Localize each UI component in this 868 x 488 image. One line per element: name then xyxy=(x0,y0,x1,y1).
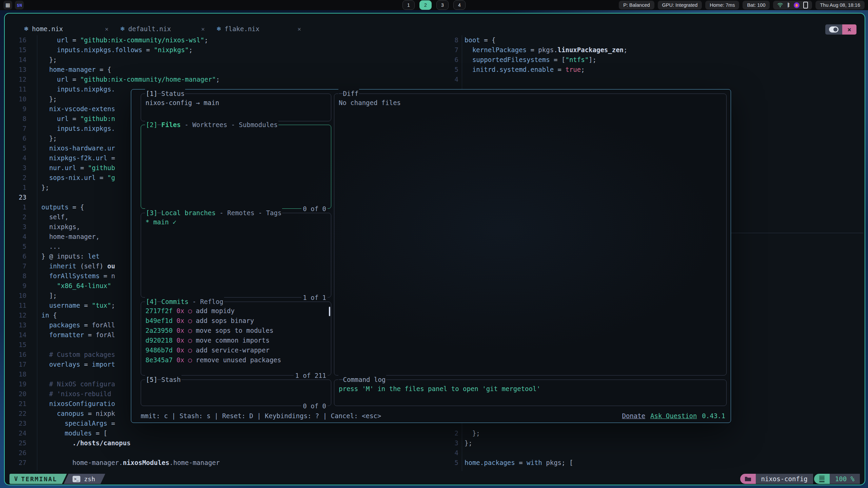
workspace-button-1[interactable]: 1 xyxy=(402,0,415,10)
system-tray[interactable]: ᛒ xyxy=(773,1,812,9)
toggle-switch[interactable] xyxy=(825,24,842,35)
lazygit-commits-panel[interactable]: [4]─Commits - Reflog 2717f2f0x○add mopid… xyxy=(141,302,331,375)
line-number: 27 xyxy=(5,458,26,468)
lazygit-popup: [1]─Status nixos-config → main [2]─Files… xyxy=(131,89,731,423)
commit-hash: 9486b7d xyxy=(145,345,173,355)
ask-question-link[interactable]: Ask Question xyxy=(650,411,697,421)
toggle-knob-icon xyxy=(829,26,839,33)
editor-right-pane-top[interactable]: 8boot = {7 kernelPackages = pkgs.linuxPa… xyxy=(443,35,863,84)
nix-badge-button[interactable]: $N xyxy=(15,1,24,9)
title-dash: ─ xyxy=(157,375,161,384)
commit-row[interactable]: 8e345a70x○remove unused packages xyxy=(145,355,327,365)
wifi-icon xyxy=(777,2,783,8)
line-number: 5 xyxy=(5,143,26,153)
branch-row[interactable]: * main ✓ xyxy=(145,217,327,227)
shell-tab[interactable]: >_ zsh xyxy=(64,474,105,484)
workspace-button-2[interactable]: 2 xyxy=(419,0,432,10)
commits-scrollbar[interactable] xyxy=(329,307,330,316)
lazygit-version: 0.43.1 xyxy=(702,411,725,421)
lazygit-diff-panel[interactable]: ─Diff No changed files xyxy=(334,94,727,375)
code-line: 8boot = { xyxy=(443,35,863,45)
repo-branch-status: nixos-config → main xyxy=(145,98,327,108)
desktop: ▦ $N 1234 P: BalancedGPU: IntegratedHome… xyxy=(0,0,868,488)
panel-name: Stash xyxy=(161,375,181,384)
code-text: ... xyxy=(41,242,61,251)
code-text: nix-vscode-extens xyxy=(41,104,115,114)
lazygit-status-panel[interactable]: [1]─Status nixos-config → main xyxy=(141,94,331,121)
lazygit-links: Donate Ask Question 0.43.1 xyxy=(622,411,725,421)
code-text: }; xyxy=(465,438,472,448)
vim-mode-icon: V xyxy=(14,475,18,482)
folder-icon xyxy=(745,476,751,482)
lazygit-files-panel[interactable]: [2]─Files - Worktrees - Submodules 0 of … xyxy=(141,125,331,209)
line-number: 7 xyxy=(5,261,26,271)
commit-flag: 0x xyxy=(176,355,184,365)
tab-close-button[interactable]: × xyxy=(105,25,108,33)
lines-icon xyxy=(819,476,825,482)
code-text: ./hosts/canopus xyxy=(41,438,131,448)
line-number: 23 xyxy=(5,192,26,202)
commit-row[interactable]: 9486b7d0x○add service-wrapper xyxy=(145,345,327,355)
code-text: home.packages = with pkgs; [ xyxy=(465,458,573,468)
commit-row[interactable]: 2717f2f0x○add mopidy xyxy=(145,306,327,316)
status-pill-1[interactable]: GPU: Integrated xyxy=(658,1,702,9)
title-dash: ─ xyxy=(339,375,343,384)
editor-right-pane-bottom[interactable]: 2 };3};45home.packages = with pkgs; [ xyxy=(443,428,863,468)
window-close-button[interactable]: × xyxy=(842,24,856,35)
commit-graph-node-icon: ○ xyxy=(188,316,192,326)
code-line: 24 modules = [ xyxy=(5,428,442,438)
line-number: 3 xyxy=(5,163,26,173)
lazygit-stash-panel[interactable]: [5]─Stash 0 of 0 xyxy=(141,380,331,406)
repo-name: nixos-config xyxy=(756,474,813,484)
terminal-prompt-icon: >_ xyxy=(73,476,80,482)
tab-close-button[interactable]: × xyxy=(297,25,301,33)
tab-label: default.nix xyxy=(128,25,171,33)
line-number: 13 xyxy=(5,320,26,330)
panel-name: Files xyxy=(161,120,181,129)
commit-hash: d920218 xyxy=(145,336,173,345)
panel-name: Diff xyxy=(343,89,358,98)
commit-row[interactable]: 2a239500x○move sops to modules xyxy=(145,326,327,336)
code-line: 4 xyxy=(443,448,863,458)
line-number: 6 xyxy=(443,55,458,65)
panel-name: Command log xyxy=(343,375,386,384)
tab-close-button[interactable]: × xyxy=(201,25,205,33)
line-number: 8 xyxy=(443,35,458,45)
nix-snowflake-icon: ❄ xyxy=(120,25,125,32)
lazygit-command-log-panel[interactable]: ─Command log press 'M' in the files pane… xyxy=(334,380,727,406)
code-line: 27 home-manager.nixosModules.home-manage… xyxy=(5,458,442,468)
code-line: 3}; xyxy=(443,438,863,448)
bluetooth-icon: ᛒ xyxy=(787,2,790,8)
commit-row[interactable]: b49ef1d0x○add sops binary xyxy=(145,316,327,326)
code-text: # 'nixos-rebuild xyxy=(41,389,111,399)
files-count: 0 of 0 xyxy=(301,204,328,214)
lazygit-branches-panel[interactable]: [3]─Local branches - Remotes - Tags * ma… xyxy=(141,213,331,298)
title-dash: ─ xyxy=(157,120,161,129)
line-number: 26 xyxy=(5,448,26,458)
code-text: nixpkgs-f2k.url = xyxy=(41,153,115,163)
code-text: overlays = import xyxy=(41,360,115,369)
panel-key: [5] xyxy=(146,375,157,384)
code-line: 15 inputs.nixpkgs.follows = "nixpkgs"; xyxy=(5,45,442,55)
code-text: url = "github:nix-community/home-manager… xyxy=(41,75,220,84)
status-pill-0[interactable]: P: Balanced xyxy=(619,1,654,9)
tab-home.nix[interactable]: ❄home.nix× xyxy=(24,25,108,33)
line-number: 4 xyxy=(443,75,458,84)
line-number: 8 xyxy=(5,114,26,124)
tab-flake.nix[interactable]: ❄flake.nix× xyxy=(216,25,301,33)
code-text: modules = [ xyxy=(41,428,107,438)
status-pill-2[interactable]: Home: 7ms xyxy=(705,1,739,9)
tab-default.nix[interactable]: ❄default.nix× xyxy=(120,25,205,33)
status-pill-3[interactable]: Bat: 100 xyxy=(743,1,770,9)
workspace-button-3[interactable]: 3 xyxy=(436,0,449,10)
stash-count: 0 of 0 xyxy=(301,401,328,411)
commit-row[interactable]: d9202180x○move common imports xyxy=(145,336,327,345)
repo-label: nixos-config xyxy=(761,475,808,483)
workspace-button-4[interactable]: 4 xyxy=(453,0,466,10)
code-text: packages = forAll xyxy=(41,320,115,330)
line-number: 5 xyxy=(5,242,26,251)
launcher-button[interactable]: ▦ xyxy=(3,1,12,9)
close-icon: × xyxy=(847,26,851,33)
panel-key: [2] xyxy=(146,120,157,129)
donate-link[interactable]: Donate xyxy=(622,411,645,421)
